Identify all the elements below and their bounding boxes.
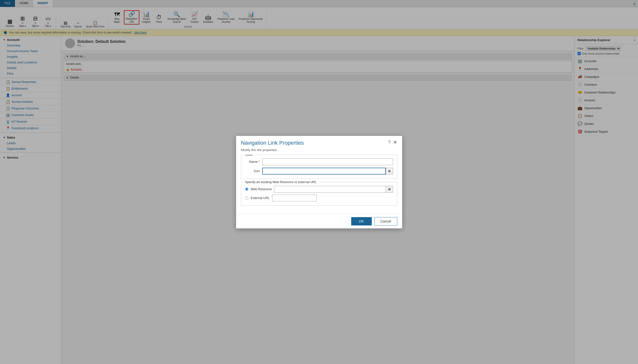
external-url-label: External URL	[251, 196, 270, 200]
name-field-row: Name *	[245, 158, 393, 165]
icon-input[interactable]	[262, 168, 386, 174]
external-url-radio[interactable]	[245, 196, 248, 200]
name-input[interactable]	[262, 158, 393, 165]
modal-body: Label Name * Icon ⊞	[236, 155, 402, 214]
web-resource-input[interactable]	[274, 186, 385, 193]
external-url-input[interactable]	[272, 194, 317, 202]
label-fieldset: Label Name * Icon ⊞	[241, 155, 397, 179]
name-label: Name *	[245, 160, 260, 164]
modal-close-icon[interactable]: ✕	[393, 140, 397, 145]
icon-label: Icon	[245, 169, 260, 173]
web-resource-label: Web Resource	[251, 187, 272, 191]
web-resource-row: Web Resource ⊞	[245, 186, 393, 193]
ok-button[interactable]: OK	[351, 217, 372, 226]
web-resource-radio[interactable]	[245, 188, 248, 191]
url-fieldset: Specify an existing Web Resource or exte…	[241, 182, 397, 206]
modal-footer: OK Cancel	[236, 214, 402, 228]
modal-help-icon[interactable]: ?	[388, 140, 390, 145]
label-legend: Label	[244, 155, 254, 156]
modal-title: Navigation Link Properties	[241, 140, 304, 146]
cancel-button[interactable]: Cancel	[374, 217, 397, 226]
web-resource-browse-button[interactable]: ⊞	[386, 186, 393, 193]
icon-input-wrapper: ⊞	[262, 168, 393, 174]
icon-browse-button[interactable]: ⊞	[386, 168, 393, 174]
modal-header: Navigation Link Properties ? ✕	[236, 136, 402, 148]
url-legend: Specify an existing Web Resource or exte…	[244, 180, 318, 184]
modal-subtitle: Modify this link properties	[236, 148, 402, 155]
web-resource-input-wrapper: ⊞	[274, 186, 393, 193]
navigation-link-properties-dialog: Navigation Link Properties ? ✕ Modify th…	[236, 136, 402, 229]
modal-overlay[interactable]: Navigation Link Properties ? ✕ Modify th…	[0, 0, 638, 364]
icon-field-row: Icon ⊞	[245, 168, 393, 174]
url-radio-group: Web Resource ⊞ External URL	[245, 186, 393, 202]
name-required-indicator: *	[258, 160, 260, 164]
external-url-row: External URL	[245, 194, 393, 202]
